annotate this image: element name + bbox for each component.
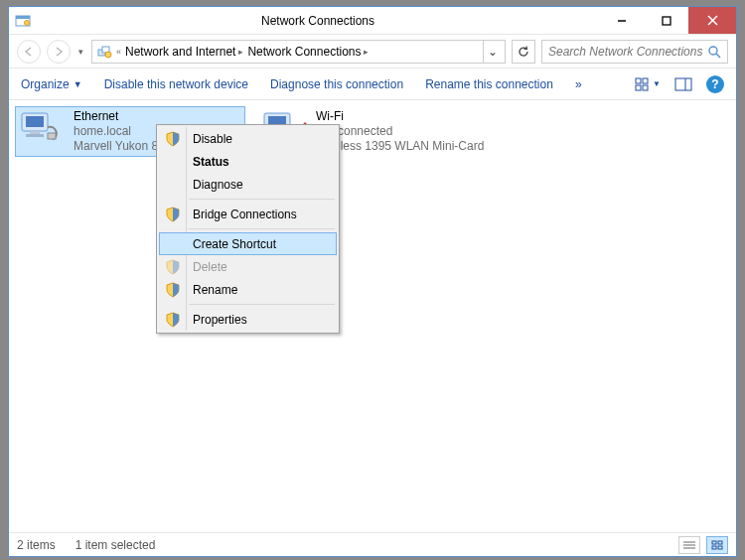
breadcrumb-label: Network Connections [247, 45, 361, 59]
adapter-status: Not connected [316, 124, 484, 139]
svg-rect-12 [636, 78, 641, 83]
chevron-right-icon: ▸ [364, 47, 369, 57]
titlebar: Network Connections [9, 7, 736, 35]
chevron-left-icon: « [116, 47, 121, 57]
cm-bridge[interactable]: Bridge Connections [159, 203, 337, 225]
cm-create-shortcut[interactable]: Create Shortcut [159, 232, 337, 255]
svg-rect-1 [16, 16, 30, 19]
breadcrumb-label: Network and Internet [125, 45, 235, 59]
svg-rect-21 [26, 134, 44, 137]
svg-rect-20 [30, 131, 40, 134]
search-box[interactable] [541, 40, 728, 64]
svg-rect-15 [643, 85, 648, 90]
organize-menu[interactable]: Organize ▼ [21, 77, 82, 91]
cm-diagnose[interactable]: Diagnose [159, 173, 337, 196]
content-area: Ethernet home.local Marvell Yukon 8… Wi-… [9, 100, 736, 532]
shield-icon [165, 282, 181, 298]
cm-properties[interactable]: Properties [159, 308, 337, 331]
window-icon [15, 13, 31, 29]
svg-point-10 [709, 47, 717, 55]
close-button[interactable] [688, 7, 736, 34]
toolbar-overflow[interactable]: » [575, 77, 582, 91]
svg-line-11 [716, 54, 720, 58]
adapter-name: Wi-Fi [316, 109, 484, 124]
svg-rect-19 [26, 116, 44, 127]
svg-rect-16 [675, 78, 691, 90]
breadcrumb-segment[interactable]: Network and Internet▸ [125, 45, 243, 59]
svg-rect-32 [712, 541, 716, 544]
minimize-button[interactable] [599, 7, 644, 34]
svg-rect-14 [636, 85, 641, 90]
shield-icon [165, 259, 181, 275]
status-bar: 2 items 1 item selected [9, 532, 736, 556]
item-count: 2 items [17, 538, 56, 552]
cm-disable[interactable]: Disable [159, 127, 337, 150]
location-icon [96, 44, 112, 60]
large-icons-view-button[interactable] [706, 536, 728, 554]
maximize-button[interactable] [644, 7, 688, 34]
address-bar[interactable]: « Network and Internet▸ Network Connecti… [91, 40, 506, 64]
history-dropdown-icon[interactable]: ▾ [76, 47, 85, 57]
separator [189, 199, 335, 200]
svg-point-2 [25, 20, 30, 25]
chevron-down-icon: ▼ [74, 79, 82, 89]
selection-count: 1 item selected [75, 538, 156, 552]
back-button[interactable] [17, 40, 41, 64]
svg-rect-22 [48, 133, 56, 139]
shield-icon [165, 131, 181, 147]
window-title: Network Connections [37, 14, 599, 28]
adapter-name: Ethernet [74, 109, 170, 124]
forward-button[interactable] [47, 40, 71, 64]
chevron-right-icon: ▸ [238, 47, 243, 57]
svg-rect-35 [718, 546, 722, 549]
svg-rect-4 [663, 17, 670, 25]
shield-icon [165, 312, 181, 328]
address-dropdown-icon[interactable]: ⌄ [483, 41, 501, 63]
preview-pane-button[interactable] [674, 77, 692, 91]
adapter-device: Wireless 1395 WLAN Mini-Card [316, 139, 484, 154]
refresh-button[interactable] [512, 40, 535, 64]
help-button[interactable]: ? [706, 75, 724, 93]
diagnose-button[interactable]: Diagnose this connection [270, 77, 403, 91]
ethernet-adapter-icon [18, 109, 66, 149]
breadcrumb-segment[interactable]: Network Connections▸ [247, 45, 369, 59]
svg-rect-13 [643, 78, 648, 83]
rename-button[interactable]: Rename this connection [425, 77, 553, 91]
shield-icon [165, 207, 181, 222]
disable-device-button[interactable]: Disable this network device [104, 77, 248, 91]
separator [189, 228, 335, 229]
search-icon[interactable] [707, 45, 721, 59]
toolbar: Organize ▼ Disable this network device D… [9, 69, 736, 100]
separator [189, 304, 335, 305]
cm-delete: Delete [159, 255, 337, 278]
window: Network Connections ▾ « Network and Inte… [8, 6, 737, 557]
details-view-button[interactable] [678, 536, 700, 554]
navigation-bar: ▾ « Network and Internet▸ Network Connec… [9, 35, 736, 69]
cm-rename[interactable]: Rename [159, 278, 337, 301]
cm-status[interactable]: Status [159, 150, 337, 173]
search-input[interactable] [548, 45, 707, 59]
view-options-button[interactable]: ▼ [635, 77, 661, 91]
context-menu: Disable Status Diagnose Bridge Connectio… [156, 124, 340, 334]
svg-rect-33 [718, 541, 722, 544]
svg-point-9 [105, 52, 111, 58]
svg-rect-34 [712, 546, 716, 549]
